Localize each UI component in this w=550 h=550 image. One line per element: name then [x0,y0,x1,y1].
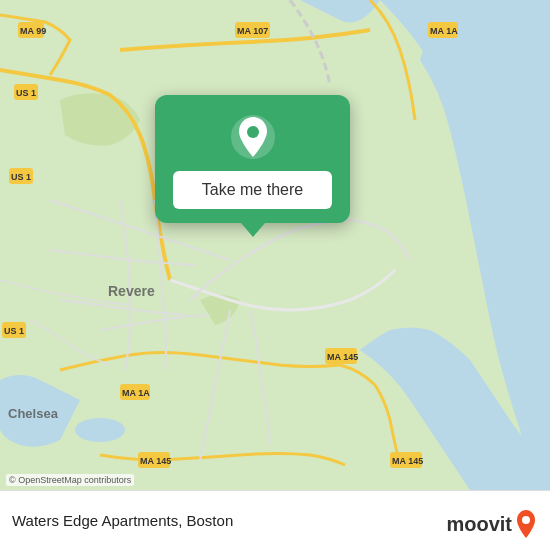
svg-point-25 [247,126,259,138]
svg-text:MA 1A: MA 1A [122,388,150,398]
svg-text:MA 145: MA 145 [327,352,358,362]
moovit-text: moovit [446,513,512,536]
svg-text:Revere: Revere [108,283,155,299]
moovit-logo: moovit [446,510,538,538]
moovit-pin-icon [514,510,538,538]
svg-text:MA 1A: MA 1A [430,26,458,36]
svg-text:MA 145: MA 145 [392,456,423,466]
svg-text:Chelsea: Chelsea [8,406,59,421]
svg-text:MA 145: MA 145 [140,456,171,466]
svg-text:US 1: US 1 [4,326,24,336]
svg-text:MA 107: MA 107 [237,26,268,36]
bottom-bar: Waters Edge Apartments, Boston moovit [0,490,550,550]
popup-card: Take me there [155,95,350,223]
location-title: Waters Edge Apartments, Boston [12,512,233,529]
svg-point-0 [75,418,125,442]
svg-text:MA 99: MA 99 [20,26,46,36]
svg-point-26 [522,516,530,524]
location-pin-icon [229,113,277,161]
map-container: MA 99 US 1 US 1 US 1 MA 107 MA 1A MA 1A … [0,0,550,490]
map-svg: MA 99 US 1 US 1 US 1 MA 107 MA 1A MA 1A … [0,0,550,490]
take-me-there-button[interactable]: Take me there [173,171,332,209]
svg-text:US 1: US 1 [11,172,31,182]
svg-text:US 1: US 1 [16,88,36,98]
map-attribution: © OpenStreetMap contributors [6,474,134,486]
